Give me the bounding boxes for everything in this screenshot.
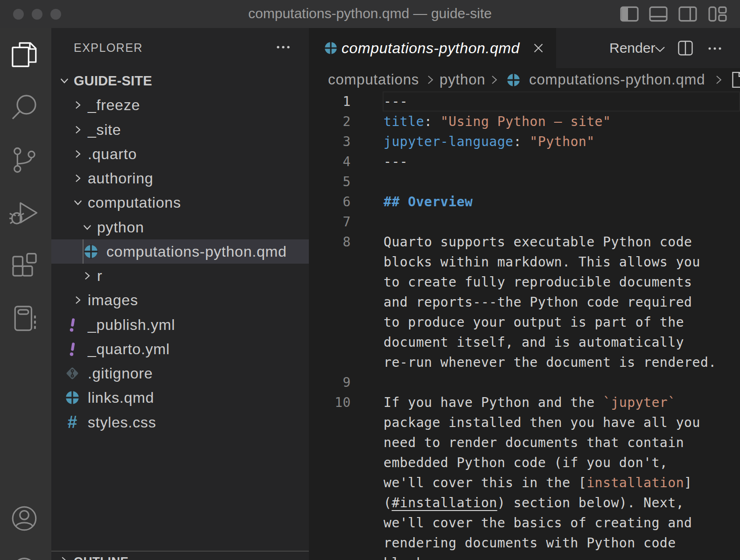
outline-title: OUTLINE: [74, 554, 129, 560]
tree-item-python[interactable]: python: [51, 215, 309, 239]
activity-account-icon[interactable]: [9, 504, 39, 533]
activity-search-icon[interactable]: [9, 92, 39, 122]
code-text: we'll cover this in the [installation]: [384, 473, 692, 493]
activity-settings-gear-icon[interactable]: [9, 553, 39, 560]
tree-item-computations-python-qmd[interactable]: computations-python.qmd: [51, 239, 309, 264]
tab-close-icon[interactable]: [532, 42, 545, 55]
code-text: ---: [384, 152, 408, 172]
code-line-8: 8Quarto supports executable Python code: [309, 232, 740, 252]
code-text: and reports---the Python code required: [384, 292, 692, 312]
title-bar: computations-python.qmd — guide-site: [0, 0, 740, 28]
tree-item-styles-css[interactable]: #styles.css: [51, 410, 309, 434]
chevron-down-icon: [81, 221, 93, 233]
toggle-sidebar-icon[interactable]: [620, 6, 639, 22]
tree-item--gitignore[interactable]: .gitignore: [51, 361, 309, 385]
tree-item--quarto-yml[interactable]: _quarto.yml: [51, 337, 309, 361]
chevron-right-icon: [712, 73, 725, 86]
tree-item-label: computations: [88, 190, 181, 215]
tree-item-authoring[interactable]: authoring: [51, 166, 309, 190]
code-text: embedded Python code (if you don't,: [384, 453, 668, 473]
code-text: jupyter-language: "Python": [384, 132, 595, 152]
activity-bar: [0, 28, 51, 560]
tree-item--quarto[interactable]: .quarto: [51, 142, 309, 166]
explorer-more-actions-icon[interactable]: [275, 41, 291, 53]
customize-layout-icon[interactable]: [708, 6, 727, 22]
activity-explorer-icon[interactable]: [9, 40, 39, 70]
code-text: rendering documents with Python code: [384, 533, 676, 553]
line-number: 2: [309, 112, 351, 132]
code-text: to produce your output is part of the: [384, 312, 684, 332]
git-file-icon: [65, 361, 79, 385]
tree-item--freeze[interactable]: _freeze: [51, 93, 309, 117]
render-button[interactable]: Render: [609, 28, 655, 68]
code-line-2: 2title: "Using Python — site": [309, 112, 740, 132]
tree-item-label: .gitignore: [88, 361, 153, 385]
explorer-title: EXPLORER: [74, 28, 143, 65]
activity-run-and-debug-icon[interactable]: [9, 198, 39, 228]
code-line-21: (#installation) section below). Next,: [309, 493, 740, 513]
yaml-file-icon: [65, 337, 79, 361]
line-number: 6: [309, 192, 351, 212]
tree-item-computations[interactable]: computations: [51, 190, 309, 215]
tree-item-label: images: [88, 288, 138, 312]
breadcrumbs: computations python computations-python.…: [309, 68, 740, 91]
code-text: Quarto supports executable Python code: [384, 232, 692, 252]
outline-section-header[interactable]: OUTLINE: [51, 553, 309, 560]
chevron-right-icon: [424, 73, 436, 86]
chevron-right-icon: [488, 73, 500, 86]
chevron-right-icon: [72, 294, 84, 306]
tree-item--site[interactable]: _site: [51, 118, 309, 142]
code-line-13: document itself, and is automatically: [309, 332, 740, 352]
activity-source-control-icon[interactable]: [9, 145, 39, 175]
toggle-panel-icon[interactable]: [649, 6, 668, 22]
split-editor-icon[interactable]: [677, 40, 693, 56]
code-line-3: 3jupyter-language: "Python": [309, 132, 740, 152]
code-line-10: to create fully reproducible documents: [309, 272, 740, 292]
render-dropdown-icon[interactable]: [654, 46, 666, 53]
line-number: 10: [309, 392, 351, 413]
code-line-4: 4---: [309, 152, 740, 172]
activity-notebook-icon[interactable]: [9, 303, 39, 333]
code-line-18: need to render documents that contain: [309, 433, 740, 453]
tree-item-label: computations-python.qmd: [106, 239, 287, 264]
chevron-right-icon: [72, 148, 84, 160]
code-text: we'll cover the basics of creating and: [384, 513, 692, 533]
line-number: 7: [309, 212, 351, 232]
outline-divider: [51, 551, 309, 552]
code-line-15: 9: [309, 372, 740, 392]
tree-item-images[interactable]: images: [51, 288, 309, 312]
code-line-6: 6## Overview: [309, 192, 740, 212]
tree-item-label: _quarto.yml: [88, 337, 170, 361]
line-number: 8: [309, 232, 351, 252]
toggle-secondary-sidebar-icon[interactable]: [678, 6, 697, 22]
code-text: blocks within markdown. This allows you: [384, 252, 700, 272]
code-editor[interactable]: 1---2title: "Using Python — site"3jupyte…: [309, 91, 740, 560]
code-line-24: blocks.: [309, 553, 740, 560]
tab-bar: computations-python.qmd Render: [309, 28, 740, 68]
code-text: blocks.: [384, 553, 440, 560]
breadcrumb-python[interactable]: python: [440, 68, 485, 91]
tree-item-label: styles.css: [88, 410, 156, 434]
tree-item-guide-site[interactable]: GUIDE-SITE: [51, 69, 309, 93]
breadcrumb-file[interactable]: computations-python.qmd: [529, 68, 705, 91]
quarto-file-icon: [324, 42, 337, 55]
tree-item-r[interactable]: r: [51, 264, 309, 288]
line-number: 9: [309, 372, 351, 392]
code-text: need to render documents that contain: [384, 433, 684, 453]
code-text: ## Overview: [384, 192, 473, 212]
code-text: package installed then you have all you: [384, 413, 700, 433]
tree-item--publish-yml[interactable]: _publish.yml: [51, 313, 309, 337]
line-number: 3: [309, 132, 351, 152]
activity-extensions-icon[interactable]: [9, 251, 39, 280]
code-text: document itself, and is automatically: [384, 332, 684, 352]
tree-item-links-qmd[interactable]: links.qmd: [51, 385, 309, 410]
chevron-right-icon: [72, 172, 84, 184]
code-line-17: package installed then you have all you: [309, 413, 740, 433]
tab-computations-python[interactable]: computations-python.qmd: [309, 28, 556, 68]
editor-more-actions-icon[interactable]: [706, 42, 724, 55]
code-line-16: 10If you have Python and the `jupyter`: [309, 392, 740, 413]
chevron-down-icon: [72, 196, 84, 209]
tree-item-label: authoring: [88, 166, 154, 190]
breadcrumb-computations[interactable]: computations: [328, 68, 419, 91]
quarto-file-icon: [84, 239, 98, 264]
